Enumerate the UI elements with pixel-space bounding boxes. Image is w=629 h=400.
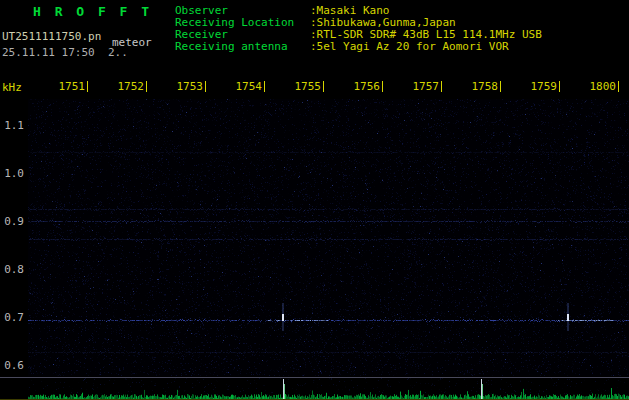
time-tick-mark	[264, 81, 265, 92]
time-tick-label: 1759	[529, 80, 557, 93]
output-filename: UT2511111750.pn	[2, 30, 101, 43]
info-value: :5el Yagi Az 20 for Aomori VOR	[310, 41, 509, 53]
time-tick-mark	[382, 81, 383, 92]
time-tick-mark	[146, 81, 147, 92]
time-tick-mark	[205, 81, 206, 92]
freq-tick-label: 0.7	[0, 311, 24, 324]
datetime-label: 25.11.11 17:50 2..	[2, 46, 128, 59]
freq-tick-label: 0.9	[0, 215, 24, 228]
time-tick-label: 1753	[175, 80, 203, 93]
time-tick-mark	[618, 81, 619, 92]
time-tick-label: 1754	[234, 80, 262, 93]
time-tick-mark	[441, 81, 442, 92]
time-tick-label: 1758	[470, 80, 498, 93]
app-title: H R O F F T	[33, 4, 152, 19]
time-tick-label: 1800	[588, 80, 616, 93]
spectrogram-canvas	[28, 99, 629, 376]
info-label: Receiving antenna	[175, 41, 310, 53]
hrofft-window: H R O F F T UT2511111750.pn meteor 25.11…	[0, 0, 629, 400]
time-tick-mark	[323, 81, 324, 92]
time-tick-mark	[500, 81, 501, 92]
freq-tick-label: 1.0	[0, 167, 24, 180]
time-tick-label: 1751	[57, 80, 85, 93]
info-row: Receiving antenna:5el Yagi Az 20 for Aom…	[175, 41, 542, 53]
time-tick-label: 1755	[293, 80, 321, 93]
time-tick-mark	[559, 81, 560, 92]
level-plot-canvas	[28, 378, 629, 399]
time-tick-label: 1756	[352, 80, 380, 93]
freq-tick-label: 0.6	[0, 359, 24, 372]
freq-tick-label: 1.1	[0, 119, 24, 132]
observation-info: Observer:Masaki KanoReceiving Location:S…	[175, 5, 542, 53]
time-tick-label: 1757	[411, 80, 439, 93]
time-tick-mark	[87, 81, 88, 92]
freq-unit-label: kHz	[2, 81, 22, 94]
freq-tick-label: 0.8	[0, 263, 24, 276]
time-tick-label: 1752	[116, 80, 144, 93]
